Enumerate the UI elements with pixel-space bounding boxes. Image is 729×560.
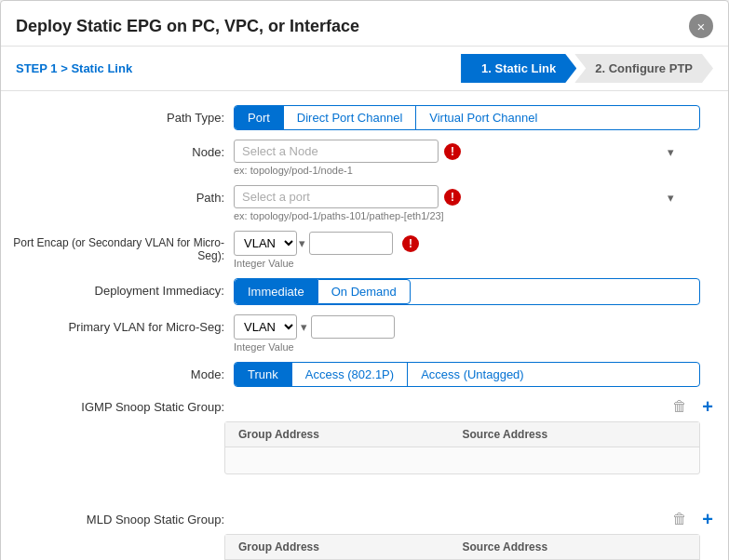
mld-row: MLD Snoop Static Group: 🗑 + <box>1 504 728 532</box>
mld-group-address-col: Group Address <box>238 540 463 553</box>
primary-vlan-label: Primary VLAN for Micro-Seg: <box>10 314 234 334</box>
spacer <box>1 476 728 504</box>
path-error-icon: ! <box>444 189 461 206</box>
path-type-direct-btn[interactable]: Direct Port Channel <box>284 106 416 129</box>
primary-vlan-control: VLAN ▾ Integer Value <box>234 314 700 353</box>
node-hint: ex: topology/pod-1/node-1 <box>234 165 700 176</box>
igmp-actions: 🗑 + <box>234 395 719 418</box>
port-encap-vlan-select[interactable]: VLAN <box>234 231 297 256</box>
tab-configure-ptp[interactable]: 2. Configure PTP <box>574 54 713 83</box>
primary-vlan-value-input[interactable] <box>311 315 395 339</box>
port-encap-row: Port Encap (or Secondary VLAN for Micro-… <box>1 226 728 273</box>
dialog-body: Path Type: Port Direct Port Channel Virt… <box>1 91 728 560</box>
dialog-title: Deploy Static EPG on PC, VPC, or Interfa… <box>16 17 359 36</box>
port-encap-vlan-chevron-icon: ▾ <box>299 236 305 250</box>
node-select-wrap: Select a Node ▾ ! <box>234 140 700 163</box>
step-current-label: STEP 1 > Static Link <box>16 61 132 75</box>
tab-static-link[interactable]: 1. Static Link <box>461 54 576 83</box>
path-type-row: Path Type: Port Direct Port Channel Virt… <box>1 100 728 135</box>
primary-vlan-integer-label: Integer Value <box>234 341 700 353</box>
igmp-label: IGMP Snoop Static Group: <box>10 400 234 414</box>
path-type-btn-group: Port Direct Port Channel Virtual Port Ch… <box>234 105 700 130</box>
path-control: Select a port ▾ ! ex: topology/pod-1/pat… <box>234 185 700 221</box>
path-select[interactable]: Select a port <box>234 185 439 208</box>
mode-label: Mode: <box>10 362 234 381</box>
igmp-table-header: Group Address Source Address <box>225 422 699 447</box>
mld-table: Group Address Source Address <box>224 534 700 560</box>
deployment-immediacy-label: Deployment Immediacy: <box>10 278 234 298</box>
dialog-header: Deploy Static EPG on PC, VPC, or Interfa… <box>1 1 728 47</box>
port-encap-error-icon: ! <box>402 235 419 252</box>
immediacy-ondemand-btn[interactable]: On Demand <box>317 279 411 304</box>
node-label: Node: <box>10 140 234 159</box>
node-control: Select a Node ▾ ! ex: topology/pod-1/nod… <box>234 140 700 176</box>
immediacy-immediate-btn[interactable]: Immediate <box>235 279 317 304</box>
immediacy-btn-group: Immediate On Demand <box>234 278 700 305</box>
mode-access8021p-btn[interactable]: Access (802.1P) <box>292 363 408 386</box>
close-button[interactable]: × <box>689 14 713 38</box>
node-row: Node: Select a Node ▾ ! ex: topology/pod… <box>1 135 728 180</box>
igmp-source-address-col: Source Address <box>463 428 687 441</box>
igmp-table-body <box>225 447 699 473</box>
mld-label: MLD Snoop Static Group: <box>10 513 234 527</box>
mld-add-btn[interactable]: + <box>696 508 719 530</box>
path-type-virtual-btn[interactable]: Virtual Port Channel <box>416 106 550 129</box>
path-label: Path: <box>10 185 234 205</box>
mld-actions: 🗑 + <box>234 508 719 530</box>
vlan-row: VLAN ▾ ! <box>234 231 700 256</box>
step-tabs: 1. Static Link 2. Configure PTP <box>461 54 713 83</box>
path-type-control: Port Direct Port Channel Virtual Port Ch… <box>234 105 700 130</box>
igmp-delete-btn[interactable]: 🗑 <box>668 395 691 418</box>
port-encap-label: Port Encap (or Secondary VLAN for Micro-… <box>10 231 234 262</box>
node-error-icon: ! <box>444 143 461 160</box>
port-encap-integer-label: Integer Value <box>234 258 700 269</box>
node-select[interactable]: Select a Node <box>234 140 439 163</box>
igmp-add-btn[interactable]: + <box>696 395 719 418</box>
mode-control: Trunk Access (802.1P) Access (Untagged) <box>234 362 700 387</box>
step-bar: STEP 1 > Static Link 1. Static Link 2. C… <box>1 47 728 91</box>
mld-delete-btn[interactable]: 🗑 <box>668 508 691 530</box>
mode-trunk-btn[interactable]: Trunk <box>235 363 292 386</box>
primary-vlan-row: Primary VLAN for Micro-Seg: VLAN ▾ Integ… <box>1 310 728 357</box>
mode-btn-group: Trunk Access (802.1P) Access (Untagged) <box>234 362 700 387</box>
path-chevron-icon: ▾ <box>668 190 674 204</box>
path-type-port-btn[interactable]: Port <box>235 106 284 129</box>
primary-vlan-chevron-icon: ▾ <box>301 320 307 334</box>
mode-access-untagged-btn[interactable]: Access (Untagged) <box>408 363 537 386</box>
node-chevron-icon: ▾ <box>668 144 674 158</box>
mld-table-header: Group Address Source Address <box>225 535 699 560</box>
primary-vlan-select[interactable]: VLAN <box>234 314 297 340</box>
deployment-immediacy-control: Immediate On Demand <box>234 278 700 305</box>
mode-row: Mode: Trunk Access (802.1P) Access (Unta… <box>1 357 728 392</box>
port-encap-control: VLAN ▾ ! Integer Value <box>234 231 700 269</box>
port-encap-value-input[interactable] <box>309 232 393 255</box>
igmp-table: Group Address Source Address <box>224 421 700 474</box>
primary-vlan-input-row: VLAN ▾ <box>234 314 700 340</box>
mld-source-address-col: Source Address <box>463 540 687 553</box>
path-hint: ex: topology/pod-1/paths-101/pathep-[eth… <box>234 210 700 221</box>
igmp-group-address-col: Group Address <box>238 428 463 441</box>
deployment-immediacy-row: Deployment Immediacy: Immediate On Deman… <box>1 273 728 310</box>
path-select-wrap: Select a port ▾ ! <box>234 185 700 208</box>
path-type-label: Path Type: <box>10 105 234 125</box>
path-row: Path: Select a port ▾ ! ex: topology/pod… <box>1 180 728 226</box>
igmp-row: IGMP Snoop Static Group: 🗑 + <box>1 392 728 420</box>
